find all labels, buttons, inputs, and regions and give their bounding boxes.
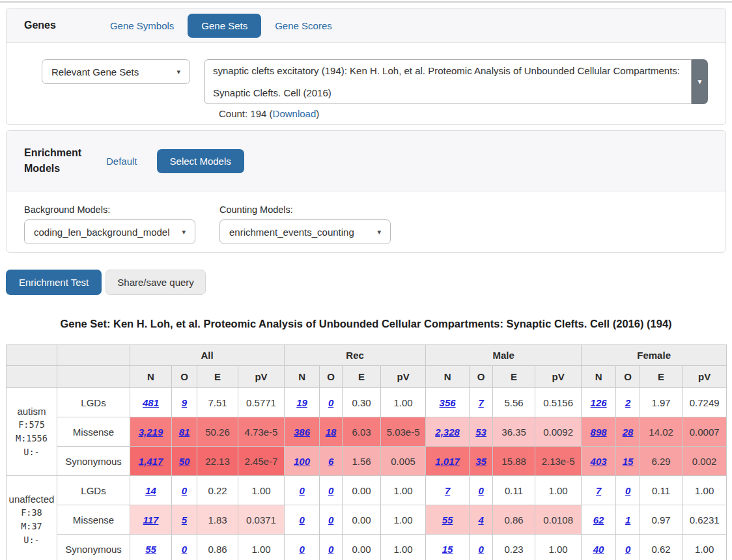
value-cell: 5.03e-5 — [381, 417, 426, 447]
table-link[interactable]: 35 — [475, 456, 486, 467]
table-link[interactable]: 0 — [328, 544, 333, 555]
value-cell: 1.00 — [381, 476, 426, 505]
table-link[interactable]: 100 — [294, 456, 310, 467]
table-link[interactable]: 53 — [475, 427, 486, 438]
table-link[interactable]: 1 — [625, 514, 630, 525]
table-link[interactable]: 55 — [145, 544, 156, 555]
table-link[interactable]: 7 — [478, 397, 483, 408]
value-cell: 36.35 — [493, 417, 535, 447]
table-link[interactable]: 386 — [294, 427, 310, 438]
value-cell: 0.0092 — [535, 417, 582, 447]
table-link[interactable]: 40 — [593, 544, 604, 555]
table-link[interactable]: 28 — [623, 427, 634, 438]
table-link[interactable]: 1,417 — [139, 456, 163, 467]
counting-models-value: enrichment_events_counting — [229, 227, 354, 238]
relevant-gene-sets-dropdown[interactable]: Relevant Gene Sets ▾ — [42, 59, 190, 84]
table-link[interactable]: 0 — [328, 485, 333, 496]
table-link[interactable]: 0 — [182, 485, 187, 496]
relevant-gene-sets-value: Relevant Gene Sets — [51, 66, 139, 77]
tab-gene-scores[interactable]: Gene Scores — [261, 14, 346, 38]
table-link[interactable]: 19 — [296, 397, 307, 408]
table-link[interactable]: 3,219 — [139, 427, 163, 438]
table-link[interactable]: 0 — [328, 514, 333, 525]
table-link[interactable]: 55 — [442, 514, 453, 525]
gene-set-select[interactable]: synaptic clefts excitatory (194): Ken H.… — [204, 59, 692, 104]
result-gene-set-title: Gene Set: Ken H. Loh, et al. Proteomic A… — [0, 318, 732, 330]
effect-type-cell: Synonymous — [57, 535, 130, 560]
table-link[interactable]: 126 — [591, 397, 607, 408]
genes-panel: Genes Gene Symbols Gene Sets Gene Scores… — [6, 8, 726, 125]
table-link[interactable]: 7 — [445, 485, 450, 496]
sub-header-pv: pV — [535, 366, 582, 388]
table-link[interactable]: 50 — [179, 456, 190, 467]
table-link[interactable]: 18 — [326, 427, 337, 438]
table-link[interactable]: 6 — [328, 456, 333, 467]
table-link[interactable]: 7 — [596, 485, 601, 496]
enrichment-test-button[interactable]: Enrichment Test — [6, 270, 102, 295]
background-models-dropdown[interactable]: coding_len_background_model ▾ — [24, 219, 195, 244]
value-cell: 0 — [285, 505, 320, 535]
value-cell: 1,417 — [130, 447, 172, 476]
sub-header-n: N — [426, 366, 470, 388]
table-link[interactable]: 9 — [182, 397, 187, 408]
value-cell: 14.02 — [640, 417, 683, 447]
default-models-link[interactable]: Default — [106, 156, 137, 167]
tab-gene-symbols[interactable]: Gene Symbols — [96, 14, 188, 38]
table-link[interactable]: 403 — [591, 456, 607, 467]
table-link[interactable]: 481 — [143, 397, 159, 408]
group-count: M:1556 — [7, 432, 57, 445]
table-row: autismF:575M:1556U:-LGDs48197.510.577119… — [7, 388, 727, 417]
table-link[interactable]: 4 — [478, 514, 483, 525]
table-link[interactable]: 117 — [143, 514, 159, 525]
table-link[interactable]: 14 — [145, 485, 156, 496]
share-save-query-button[interactable]: Share/save query — [106, 270, 206, 295]
genes-panel-title: Genes — [24, 20, 56, 31]
value-cell: 1.00 — [238, 476, 285, 505]
table-link[interactable]: 0 — [299, 514, 304, 525]
value-cell: 0.5156 — [535, 388, 582, 417]
table-link[interactable]: 5 — [182, 514, 187, 525]
select-models-button[interactable]: Select Models — [157, 149, 244, 173]
table-link[interactable]: 15 — [623, 456, 634, 467]
group-header-rec: Rec — [285, 345, 426, 366]
table-link[interactable]: 0 — [625, 485, 630, 496]
value-cell: 0.30 — [343, 388, 381, 417]
table-link[interactable]: 898 — [591, 427, 607, 438]
value-cell: 0.00 — [343, 505, 381, 535]
table-link[interactable]: 1,017 — [435, 456, 460, 467]
effect-type-cell: Synonymous — [57, 447, 130, 476]
sub-header-n: N — [582, 366, 616, 388]
value-cell: 50 — [172, 447, 197, 476]
tab-gene-sets[interactable]: Gene Sets — [188, 14, 261, 38]
download-link[interactable]: Download — [273, 108, 317, 119]
group-label-cell: unaffectedF:38M:37U:- — [7, 476, 57, 560]
table-row: Synonymous1,4175022.132.45e-710061.560.0… — [7, 447, 727, 476]
value-cell: 0.11 — [493, 476, 535, 505]
table-link[interactable]: 15 — [442, 544, 453, 555]
table-link[interactable]: 2 — [625, 397, 630, 408]
sub-header-pv: pV — [683, 366, 727, 388]
table-link[interactable]: 81 — [179, 427, 190, 438]
table-link[interactable]: 356 — [440, 397, 456, 408]
table-link[interactable]: 0 — [299, 485, 304, 496]
value-cell: 0.97 — [640, 505, 683, 535]
value-cell: 5.56 — [493, 388, 535, 417]
sub-header-e: E — [197, 366, 238, 388]
enrichment-title-line2: Models — [24, 161, 87, 176]
table-link[interactable]: 0 — [182, 544, 187, 555]
value-cell: 1.00 — [238, 535, 285, 560]
results-table-body: autismF:575M:1556U:-LGDs48197.510.577119… — [7, 388, 727, 560]
gene-set-dropdown-button[interactable]: ▼ — [692, 59, 708, 104]
value-cell: 386 — [285, 417, 320, 447]
table-link[interactable]: 2,328 — [435, 427, 460, 438]
table-link[interactable]: 0 — [625, 544, 630, 555]
table-link[interactable]: 0 — [328, 397, 333, 408]
counting-models-dropdown[interactable]: enrichment_events_counting ▾ — [219, 219, 391, 244]
table-link[interactable]: 0 — [478, 485, 483, 496]
value-cell: 0.7249 — [683, 388, 727, 417]
background-models-field: Background Models: coding_len_background… — [24, 204, 195, 244]
table-link[interactable]: 0 — [299, 544, 304, 555]
table-link[interactable]: 0 — [478, 544, 483, 555]
table-link[interactable]: 62 — [593, 514, 604, 525]
gene-set-select-line1: synaptic clefts excitatory (194): Ken H.… — [213, 60, 683, 82]
